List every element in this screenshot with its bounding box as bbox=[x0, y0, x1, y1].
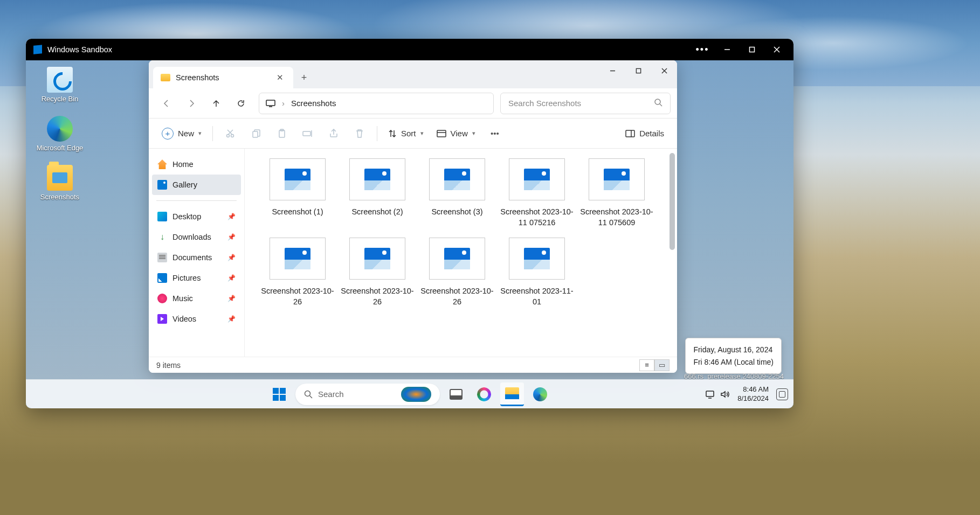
svg-rect-1 bbox=[750, 47, 755, 52]
file-item[interactable]: Screenshot (3) bbox=[417, 158, 497, 228]
new-tab-button[interactable]: + bbox=[293, 67, 315, 88]
share-button[interactable] bbox=[322, 123, 346, 144]
icons-view-toggle[interactable]: ▭ bbox=[654, 359, 670, 371]
videos-icon bbox=[157, 314, 167, 324]
sidebar-item-desktop[interactable]: Desktop📌 bbox=[152, 206, 241, 227]
address-bar[interactable]: › Screenshots bbox=[259, 93, 494, 114]
search-input[interactable]: Search Screenshots bbox=[500, 93, 671, 114]
file-item[interactable]: Screenshot 2023-10-26 bbox=[258, 238, 337, 307]
file-name: Screenshot 2023-10-11 075609 bbox=[577, 207, 657, 228]
search-highlight-icon bbox=[401, 387, 431, 402]
sort-button[interactable]: Sort ▾ bbox=[383, 123, 429, 144]
image-icon bbox=[364, 169, 390, 190]
sidebar-item-downloads[interactable]: ↓Downloads📌 bbox=[152, 227, 241, 247]
file-item[interactable]: Screenshot (1) bbox=[258, 158, 337, 228]
documents-icon bbox=[157, 253, 167, 262]
chevron-down-icon: ▾ bbox=[472, 130, 475, 137]
sidebar-item-music[interactable]: Music📌 bbox=[152, 288, 241, 309]
file-name: Screenshot (3) bbox=[417, 207, 497, 218]
copy-button[interactable] bbox=[244, 123, 268, 144]
breadcrumb-current[interactable]: Screenshots bbox=[291, 99, 336, 108]
explorer-file-area[interactable]: Screenshot (1)Screenshot (2)Screenshot (… bbox=[245, 149, 677, 357]
image-icon bbox=[364, 248, 390, 269]
explorer-minimize-button[interactable] bbox=[599, 60, 625, 81]
sandbox-desktop[interactable]: Recycle Bin Microsoft Edge Screenshots S… bbox=[26, 60, 793, 408]
sidebar-item-documents[interactable]: Documents📌 bbox=[152, 247, 241, 268]
desktop-icon bbox=[157, 212, 167, 221]
sandbox-maximize-button[interactable] bbox=[740, 39, 764, 60]
paste-button[interactable] bbox=[270, 123, 294, 144]
clock-tooltip: Friday, August 16, 2024 Fri 8:46 AM (Loc… bbox=[685, 338, 782, 374]
explorer-maximize-button[interactable] bbox=[625, 60, 651, 81]
cut-button[interactable] bbox=[218, 123, 242, 144]
svg-point-13 bbox=[231, 134, 234, 137]
pin-icon: 📌 bbox=[227, 295, 236, 302]
refresh-button[interactable] bbox=[230, 93, 252, 114]
image-icon bbox=[444, 248, 470, 269]
item-count: 9 items bbox=[156, 361, 181, 370]
up-button[interactable] bbox=[205, 93, 227, 114]
taskbar-app-copilot[interactable] bbox=[472, 382, 496, 406]
file-item[interactable]: Screenshot (2) bbox=[337, 158, 417, 228]
taskbar-app-taskview[interactable] bbox=[444, 382, 468, 406]
plus-circle-icon: + bbox=[162, 128, 174, 140]
explorer-tab[interactable]: Screenshots ✕ bbox=[153, 67, 293, 88]
file-item[interactable]: Screenshot 2023-10-26 bbox=[337, 238, 417, 307]
svg-point-25 bbox=[305, 391, 310, 396]
chevron-down-icon: ▾ bbox=[198, 130, 202, 137]
svg-rect-23 bbox=[626, 130, 634, 137]
file-item[interactable]: Screenshot 2023-10-11 075216 bbox=[497, 158, 577, 228]
start-button[interactable] bbox=[267, 382, 291, 406]
file-item[interactable]: Screenshot 2023-11-01 bbox=[497, 238, 577, 307]
sandbox-close-button[interactable] bbox=[764, 39, 789, 60]
image-icon bbox=[285, 169, 310, 190]
sidebar-item-videos[interactable]: Videos📌 bbox=[152, 309, 241, 329]
view-button[interactable]: View ▾ bbox=[431, 123, 481, 144]
delete-button[interactable] bbox=[348, 123, 371, 144]
more-options-button[interactable]: ••• bbox=[483, 123, 507, 144]
scrollbar-thumb[interactable] bbox=[670, 153, 675, 250]
forward-button[interactable] bbox=[180, 93, 203, 114]
details-view-toggle[interactable]: ≡ bbox=[639, 359, 654, 371]
file-name: Screenshot (1) bbox=[258, 207, 337, 218]
taskbar-app-edge[interactable] bbox=[528, 382, 552, 406]
svg-point-12 bbox=[227, 134, 230, 137]
desktop-icon-screenshots[interactable]: Screenshots bbox=[30, 163, 89, 203]
new-button[interactable]: + New ▾ bbox=[156, 123, 207, 144]
notifications-button[interactable] bbox=[776, 388, 788, 400]
explorer-icon bbox=[505, 387, 519, 399]
sandbox-minimize-button[interactable] bbox=[715, 39, 740, 60]
sandbox-titlebar[interactable]: Windows Sandbox ••• bbox=[26, 39, 793, 60]
tab-close-button[interactable]: ✕ bbox=[274, 71, 286, 85]
desktop-icon-recycle-bin[interactable]: Recycle Bin bbox=[30, 65, 89, 105]
file-thumbnail bbox=[349, 238, 405, 280]
details-pane-button[interactable]: Details bbox=[620, 123, 670, 144]
file-thumbnail bbox=[589, 158, 645, 200]
sidebar-item-pictures[interactable]: Pictures📌 bbox=[152, 268, 241, 288]
rename-button[interactable] bbox=[296, 123, 320, 144]
explorer-sidebar: Home Gallery Desktop📌 ↓Downloads📌 Docume… bbox=[149, 149, 245, 357]
svg-rect-21 bbox=[437, 130, 446, 137]
taskbar-search[interactable]: Search bbox=[295, 384, 440, 405]
search-icon bbox=[654, 99, 662, 108]
pictures-icon bbox=[157, 273, 167, 283]
volume-icon[interactable] bbox=[720, 390, 730, 399]
file-item[interactable]: Screenshot 2023-10-11 075609 bbox=[577, 158, 657, 228]
taskbar-clock[interactable]: 8:46 AM 8/16/2024 bbox=[737, 385, 769, 403]
desktop-icon-edge[interactable]: Microsoft Edge bbox=[30, 114, 89, 154]
taskbar-app-explorer[interactable] bbox=[500, 382, 524, 406]
file-thumbnail bbox=[270, 158, 326, 200]
sidebar-item-home[interactable]: Home bbox=[152, 154, 241, 175]
file-item[interactable]: Screenshot 2023-10-26 bbox=[417, 238, 497, 307]
recycle-bin-icon bbox=[47, 67, 73, 93]
sidebar-item-gallery[interactable]: Gallery bbox=[152, 175, 241, 195]
gallery-icon bbox=[157, 180, 167, 190]
sandbox-window: Windows Sandbox ••• Recycle Bin Microsof… bbox=[26, 39, 793, 408]
chevron-right-icon: › bbox=[282, 99, 285, 108]
back-button[interactable] bbox=[155, 93, 178, 114]
taskbar[interactable]: Search 8:46 AM 8/16/2024 bbox=[26, 379, 793, 408]
network-icon[interactable] bbox=[705, 390, 715, 399]
sandbox-more-button[interactable]: ••• bbox=[690, 39, 715, 60]
scrollbar[interactable] bbox=[668, 149, 676, 357]
explorer-close-button[interactable] bbox=[651, 60, 677, 81]
